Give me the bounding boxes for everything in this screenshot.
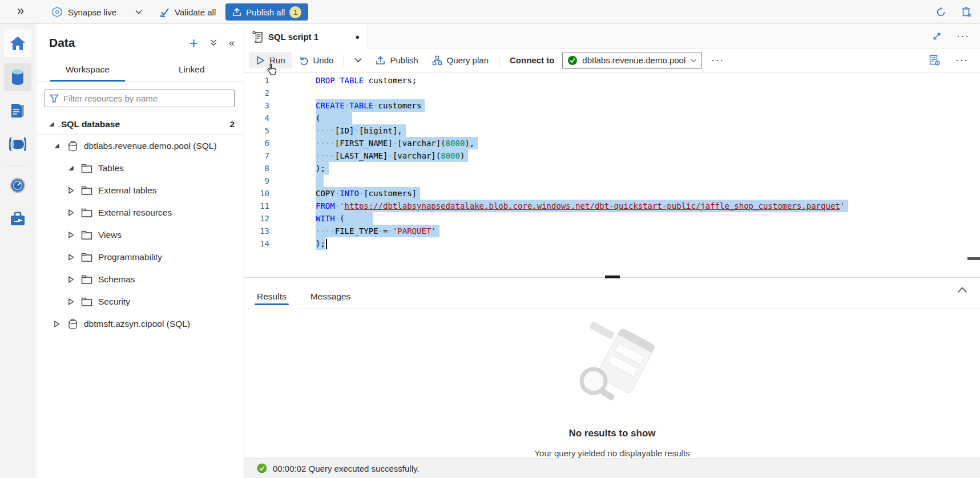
tree-item-programmability[interactable]: Programmability <box>35 246 244 268</box>
properties-icon[interactable] <box>929 54 941 66</box>
toolbar-more-icon[interactable]: ··· <box>711 55 724 66</box>
refresh-icon[interactable] <box>935 7 946 18</box>
tree-item-external-tables[interactable]: External tables <box>35 179 244 201</box>
caret-expanded-icon[interactable] <box>47 121 56 127</box>
publish-all-button[interactable]: Publish all 1 <box>225 3 308 21</box>
code-line[interactable]: 8); <box>244 162 980 175</box>
tree-item-sql-database[interactable]: SQL database2 <box>35 114 244 135</box>
undo-label: Undo <box>313 55 334 65</box>
add-resource-icon[interactable]: + <box>189 35 198 50</box>
code-line[interactable]: 5····[ID]·[bigint], <box>244 124 980 137</box>
chevron-double-down-icon[interactable] <box>209 39 217 47</box>
code-line[interactable]: 2 <box>244 87 980 99</box>
expand-editor-icon[interactable] <box>932 31 942 41</box>
expand-rail-icon[interactable]: » <box>17 3 24 18</box>
run-options-chevron-icon[interactable] <box>348 54 369 66</box>
validate-check-icon <box>159 7 170 17</box>
tab-title: SQL script 1 <box>268 32 318 42</box>
caret-collapsed-icon[interactable] <box>66 298 75 305</box>
caret-collapsed-icon[interactable] <box>66 232 75 238</box>
tree-item-schemas[interactable]: Schemas <box>35 268 244 290</box>
tree-item-dbtlabs-revenue-demo-pool-sql[interactable]: dbtlabs.revenue.demo.pool (SQL) <box>35 135 244 157</box>
tree-item-views[interactable]: Views <box>35 224 244 246</box>
results-panel: No results to show Your query yielded no… <box>244 309 980 458</box>
rail-monitor-icon[interactable] <box>4 172 31 199</box>
results-header: Results Messages <box>244 278 980 309</box>
publish-button[interactable]: Publish <box>369 52 425 68</box>
tree-item-external-resources[interactable]: External resources <box>35 201 244 224</box>
no-results-illustration <box>558 317 667 408</box>
code-line[interactable]: 10COPY·INTO·[customers] <box>244 187 980 200</box>
environment-switcher[interactable]: Synapse live <box>51 0 142 24</box>
folder-icon <box>80 230 93 240</box>
collapse-results-icon[interactable] <box>957 287 967 293</box>
rail-manage-icon[interactable] <box>4 205 31 233</box>
code-line[interactable]: 4( <box>244 112 980 124</box>
tree-item-security[interactable]: Security <box>35 290 244 313</box>
rail-integrate-icon[interactable] <box>4 131 31 158</box>
left-nav-rail <box>0 24 35 478</box>
code-line[interactable]: 3CREATE·TABLE·customers <box>244 99 980 112</box>
publish-count-badge: 1 <box>289 6 301 18</box>
caret-collapsed-icon[interactable] <box>66 209 75 216</box>
chevron-down-icon[interactable] <box>135 10 142 14</box>
tree-item-label: dbtmsft.azsyn.cipool (SQL) <box>84 319 190 329</box>
query-plan-button[interactable]: Query plan <box>425 52 495 69</box>
line-number: 9 <box>244 175 269 187</box>
code-line[interactable]: 6····[FIRST_NAME]·[varchar](8000), <box>244 137 980 149</box>
rail-data-icon[interactable] <box>4 63 31 91</box>
line-number: 4 <box>244 112 269 124</box>
run-button[interactable]: Run <box>249 52 292 68</box>
chevron-down-icon <box>690 58 697 63</box>
pool-dropdown[interactable]: dbtlabs.revenue.demo.pool <box>562 52 702 69</box>
code-line[interactable]: 1DROP TABLE customers; <box>244 74 980 87</box>
connected-check-icon <box>567 55 578 66</box>
tab-more-icon[interactable]: ··· <box>957 31 970 42</box>
tree-item-label: Tables <box>98 163 124 173</box>
undo-button[interactable]: Undo <box>292 52 341 68</box>
editor-more-icon[interactable]: ··· <box>955 55 969 66</box>
code-line[interactable]: 14); <box>244 237 980 250</box>
caret-expanded-icon[interactable] <box>52 143 61 149</box>
status-message: 00:00:02 Query executed successfully. <box>273 464 420 473</box>
code-line[interactable]: 9 <box>244 175 980 187</box>
code-line[interactable]: 11FROM·'https://dbtlabsynapsedatalake.bl… <box>244 200 980 212</box>
tree-item-dbtmsft-azsyn-cipool-sql[interactable]: dbtmsft.azsyn.cipool (SQL) <box>35 313 244 335</box>
caret-collapsed-icon[interactable] <box>52 321 61 327</box>
line-number: 11 <box>244 200 269 212</box>
code-line[interactable]: 12WITH·( <box>244 212 980 225</box>
code-line[interactable]: 7····[LAST_NAME]·[varchar](8000) <box>244 149 980 162</box>
tab-linked[interactable]: Linked <box>140 59 244 82</box>
caret-expanded-icon[interactable] <box>66 165 75 171</box>
code-line[interactable]: 13····FILE_TYPE·=·'PARQUET' <box>244 225 980 237</box>
caret-collapsed-icon[interactable] <box>66 276 75 283</box>
toolbar-separator <box>499 54 499 67</box>
folder-icon <box>80 275 93 284</box>
scrollbar-thumb[interactable] <box>967 257 980 260</box>
line-number: 13 <box>244 225 269 237</box>
validate-all-button[interactable]: Validate all <box>159 0 216 24</box>
trash-icon[interactable] <box>961 6 972 18</box>
line-number: 7 <box>244 149 269 162</box>
collapse-panel-icon[interactable]: « <box>229 37 235 49</box>
tree-item-tables[interactable]: Tables <box>35 157 244 179</box>
tab-messages[interactable]: Messages <box>308 291 353 309</box>
line-number: 12 <box>244 212 269 225</box>
folder-icon <box>80 186 93 195</box>
tab-workspace[interactable]: Workspace <box>35 59 140 82</box>
rail-develop-icon[interactable] <box>4 97 31 124</box>
caret-collapsed-icon[interactable] <box>66 254 75 261</box>
document-tab-row: SQL script 1 ● ··· <box>244 24 980 48</box>
publish-label: Publish <box>390 55 418 65</box>
rail-home-icon[interactable] <box>4 30 31 57</box>
connect-to-label: Connect to <box>510 55 554 65</box>
tab-sql-script-1[interactable]: SQL script 1 ● <box>244 24 368 49</box>
sql-code-editor[interactable]: 1DROP TABLE customers;23CREATE·TABLE·cus… <box>244 73 980 278</box>
tree-item-label: Programmability <box>98 252 162 262</box>
filter-resources-input[interactable] <box>63 94 229 103</box>
tree-item-count: 2 <box>229 119 235 129</box>
script-toolbar: Run Undo Publish Query plan Connect to <box>244 48 980 73</box>
tab-results[interactable]: Results <box>255 291 289 309</box>
tree-item-label: Security <box>98 297 130 307</box>
caret-collapsed-icon[interactable] <box>66 187 75 194</box>
